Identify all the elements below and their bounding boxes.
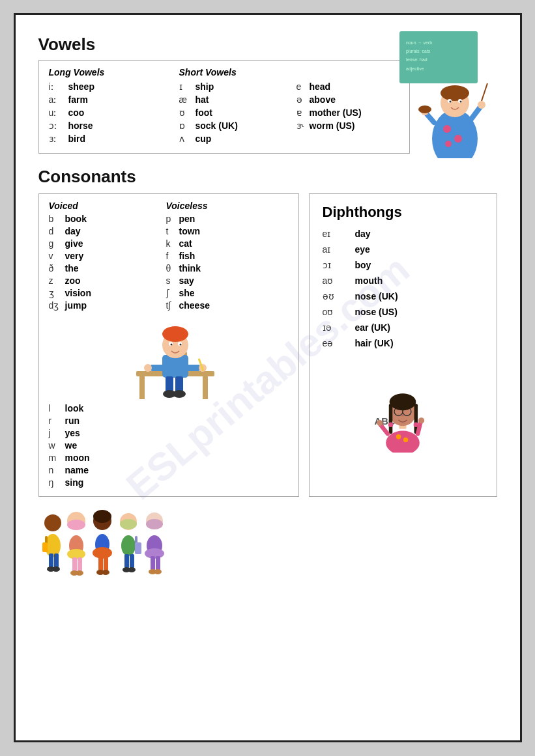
svg-point-46 — [386, 431, 420, 453]
voiced-word-9: look — [65, 403, 166, 413]
diph-sym-5: əʊ — [323, 291, 355, 301]
svg-point-64 — [44, 514, 61, 531]
svg-point-33 — [179, 344, 181, 346]
diph-row-3: ɔɪ boy — [323, 260, 484, 270]
short-vowels-header: Short Vowels — [179, 67, 296, 77]
cons-row-10: r run — [49, 415, 289, 426]
svg-point-32 — [170, 344, 172, 346]
voiced-sym-15: ŋ — [49, 477, 65, 488]
svg-line-61 — [418, 422, 421, 434]
short-sym-3: ʊ — [179, 107, 195, 118]
svg-point-89 — [120, 519, 137, 529]
svg-rect-66 — [49, 553, 53, 568]
cons-row-6: z zoo s say — [49, 275, 289, 286]
svg-rect-101 — [151, 556, 155, 570]
svg-point-18 — [478, 101, 485, 109]
voiceless-sym-8: tʃ — [166, 300, 179, 311]
vowels-section: Vowels noun → verb plurals: cats tense: … — [38, 35, 497, 154]
cons-row-11: j yes — [49, 428, 289, 438]
voiceless-word-2: town — [179, 226, 201, 236]
cons-row-4: v very f fish — [49, 251, 289, 261]
vowel-row-3: uː coo ʊ foot ɐ mother (US) — [49, 107, 399, 118]
svg-point-87 — [102, 570, 109, 575]
cons-row-5: ð the θ think — [49, 263, 289, 273]
voiced-sym-11: j — [49, 428, 65, 438]
svg-rect-71 — [42, 542, 48, 552]
voiced-word-15: sing — [65, 477, 166, 488]
svg-point-55 — [390, 393, 416, 410]
voiced-word-14: name — [65, 465, 166, 475]
voiceless-header: Voiceless — [166, 201, 208, 211]
svg-rect-91 — [124, 554, 129, 568]
voiced-word-5: the — [65, 263, 166, 273]
extra-sym-3: ɐ — [296, 107, 310, 118]
svg-rect-84 — [98, 557, 103, 571]
svg-rect-25 — [203, 376, 208, 399]
voiceless-sym-1: p — [166, 214, 179, 224]
svg-rect-77 — [78, 557, 82, 572]
svg-line-20 — [482, 83, 487, 101]
diph-word-8: hair (UK) — [355, 338, 394, 348]
diph-word-3: boy — [355, 260, 371, 270]
vowels-table: Long Vowels Short Vowels iː sheep ɪ ship… — [38, 60, 410, 154]
voiceless-sym-6: s — [166, 275, 179, 286]
long-word-3: coo — [68, 107, 179, 118]
svg-point-8 — [445, 141, 452, 147]
diph-sym-8: eə — [323, 338, 355, 348]
voiced-word-4: very — [65, 251, 166, 261]
svg-point-54 — [401, 414, 404, 417]
voiced-word-7: vision — [65, 288, 166, 298]
girl-illustration: ABC — [364, 355, 442, 453]
voiceless-word-5: think — [179, 263, 201, 273]
extra-word-4: worm (US) — [310, 120, 355, 131]
vowel-row-1: iː sheep ɪ ship e head — [49, 81, 399, 92]
diph-sym-2: aɪ — [323, 244, 355, 255]
voiced-word-12: we — [65, 440, 166, 451]
svg-point-69 — [52, 567, 60, 572]
diph-word-7: ear (UK) — [355, 322, 390, 333]
svg-point-81 — [93, 510, 111, 523]
extra-sym-2: ə — [296, 94, 310, 105]
svg-point-104 — [154, 569, 162, 574]
extra-word-1: head — [310, 81, 331, 92]
extra-header — [296, 67, 394, 77]
voiceless-sym-3: k — [166, 238, 179, 249]
cons-row-12: w we — [49, 440, 289, 451]
extra-word-3: mother (US) — [310, 107, 362, 118]
voiced-word-6: zoo — [65, 275, 166, 286]
short-sym-5: ʌ — [179, 133, 195, 144]
extra-sym-4: ɝ — [296, 120, 310, 131]
bottom-section: Voiced Voiceless b book p pen d day t to… — [38, 193, 497, 497]
kids-illustration — [38, 507, 182, 578]
cons-row-2: d day t town — [49, 226, 289, 236]
extra-word-2: above — [310, 94, 336, 105]
boy-desk-illustration — [123, 316, 214, 400]
svg-point-98 — [146, 519, 163, 529]
cons-row-14: n name — [49, 465, 289, 475]
diph-row-7: ɪə ear (UK) — [323, 322, 484, 333]
long-sym-5: ɜː — [49, 133, 68, 144]
diph-word-1: day — [355, 229, 371, 239]
svg-rect-76 — [72, 557, 77, 572]
svg-rect-56 — [389, 404, 393, 434]
voiced-sym-4: v — [49, 251, 65, 261]
long-sym-3: uː — [49, 107, 68, 118]
short-word-1: ship — [195, 81, 296, 92]
diph-sym-4: aʊ — [323, 275, 355, 286]
svg-point-42 — [173, 390, 186, 398]
vowel-row-5: ɜː bird ʌ cup — [49, 133, 399, 144]
voiceless-sym-4: f — [166, 251, 179, 261]
short-word-3: foot — [195, 107, 296, 118]
short-sym-2: æ — [179, 94, 195, 105]
voiced-word-2: day — [65, 226, 166, 236]
voiced-word-11: yes — [65, 428, 166, 438]
svg-text:adjective: adjective — [406, 66, 424, 72]
long-word-1: sheep — [68, 81, 179, 92]
cons-row-3: g give k cat — [49, 238, 289, 249]
voiceless-sym-5: θ — [166, 263, 179, 273]
svg-text:plurals: cats: plurals: cats — [406, 49, 431, 54]
voiceless-word-7: she — [179, 288, 195, 298]
diph-row-6: oʊ nose (US) — [323, 307, 484, 317]
svg-point-36 — [144, 364, 152, 372]
cons-row-15: ŋ sing — [49, 477, 289, 488]
